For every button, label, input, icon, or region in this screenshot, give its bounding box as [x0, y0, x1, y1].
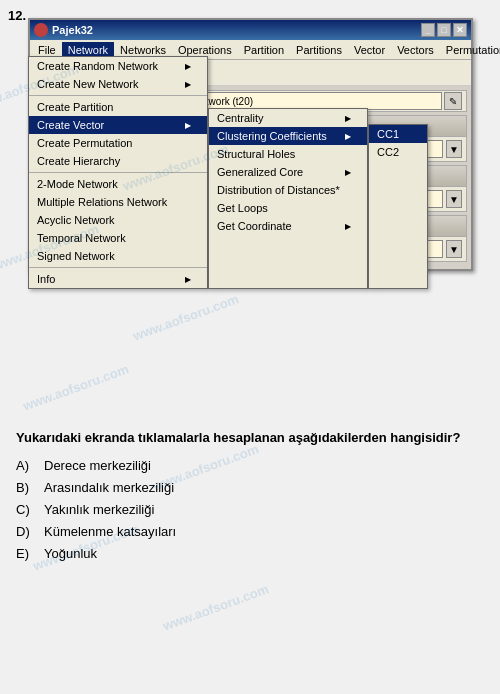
answer-a-text: Derece merkeziliği	[44, 458, 484, 473]
menu-create-random[interactable]: Create Random Network	[29, 57, 207, 75]
sep-2	[29, 172, 207, 173]
submenu-generalized[interactable]: Generalized Core	[209, 163, 367, 181]
clustering-submenu: CC1 CC2	[368, 124, 428, 289]
maximize-button[interactable]: □	[437, 23, 451, 37]
answer-c-letter: C)	[16, 502, 44, 517]
hierarchy-arrow[interactable]: ▼	[446, 240, 462, 258]
network-dropdown: Create Random Network Create New Network…	[28, 56, 208, 289]
dropdown-container: Create Random Network Create New Network…	[28, 56, 428, 289]
menu-create-permutation[interactable]: Create Permutation	[29, 134, 207, 152]
app-title: Pajek32	[52, 24, 93, 36]
submenu-coordinate[interactable]: Get Coordinate	[209, 217, 367, 235]
answer-a: A) Derece merkeziliği	[16, 458, 484, 473]
answer-e-text: Yoğunluk	[44, 546, 484, 561]
question-text: Yukarıdaki ekranda tıklamalarla hesaplan…	[16, 428, 484, 448]
title-bar: Pajek32 _ □ ✕	[30, 20, 471, 40]
watermark-5: www.aofsoru.com	[21, 361, 131, 413]
watermark-4: www.aofsoru.com	[131, 291, 241, 343]
submenu-cc2[interactable]: CC2	[369, 143, 427, 161]
menu-signed[interactable]: Signed Network	[29, 247, 207, 265]
submenu-structural[interactable]: Structural Holes	[209, 145, 367, 163]
app-icon	[34, 23, 48, 37]
create-vector-submenu: Centrality Clustering Coefficients Struc…	[208, 108, 368, 289]
watermark-8: www.aofsoru.com	[161, 581, 271, 633]
answer-b-letter: B)	[16, 480, 44, 495]
submenu-clustering[interactable]: Clustering Coefficients	[209, 127, 367, 145]
answer-c-text: Yakınlık merkeziliği	[44, 502, 484, 517]
close-button[interactable]: ✕	[453, 23, 467, 37]
answer-c: C) Yakınlık merkeziliği	[16, 502, 484, 517]
network-edit-btn[interactable]: ✎	[444, 92, 462, 110]
menu-create-vector[interactable]: Create Vector	[29, 116, 207, 134]
menu-create-hierarchy[interactable]: Create Hierarchy	[29, 152, 207, 170]
submenu-cc1[interactable]: CC1	[369, 125, 427, 143]
answer-b-text: Arasındalık merkeziliği	[44, 480, 484, 495]
menu-info[interactable]: Info	[29, 270, 207, 288]
sep-1	[29, 95, 207, 96]
pajek-logo	[34, 23, 48, 37]
menu-acyclic[interactable]: Acyclic Network	[29, 211, 207, 229]
answer-e: E) Yoğunluk	[16, 546, 484, 561]
menu-permutation[interactable]: Permutation	[440, 42, 500, 58]
submenu-centrality[interactable]: Centrality	[209, 109, 367, 127]
menu-multi-rel[interactable]: Multiple Relations Network	[29, 193, 207, 211]
question-area: Yukarıdaki ekranda tıklamalarla hesaplan…	[8, 420, 492, 576]
menu-2mode[interactable]: 2-Mode Network	[29, 175, 207, 193]
submenu-distribution[interactable]: Distribution of Distances*	[209, 181, 367, 199]
permutations-arrow[interactable]: ▼	[446, 140, 462, 158]
question-number: 12.	[8, 8, 26, 23]
answer-e-letter: E)	[16, 546, 44, 561]
menu-create-partition[interactable]: Create Partition	[29, 98, 207, 116]
menu-temporal[interactable]: Temporal Network	[29, 229, 207, 247]
answer-b: B) Arasındalık merkeziliği	[16, 480, 484, 495]
answer-d-text: Kümelenme katsayıları	[44, 524, 484, 539]
answer-d-letter: D)	[16, 524, 44, 539]
title-bar-buttons: _ □ ✕	[421, 23, 467, 37]
sep-3	[29, 267, 207, 268]
menu-create-new[interactable]: Create New Network	[29, 75, 207, 93]
cluster-arrow[interactable]: ▼	[446, 190, 462, 208]
answer-d: D) Kümelenme katsayıları	[16, 524, 484, 539]
submenu-loops[interactable]: Get Loops	[209, 199, 367, 217]
answer-a-letter: A)	[16, 458, 44, 473]
minimize-button[interactable]: _	[421, 23, 435, 37]
